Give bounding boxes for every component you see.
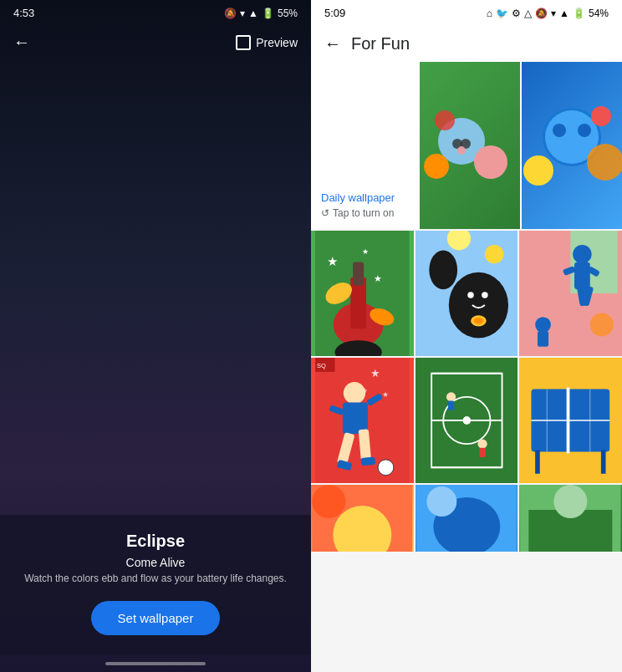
svg-text:★: ★ [362, 247, 369, 256]
left-time: 4:53 [13, 7, 34, 19]
right-mute-icon: 🔕 [535, 8, 548, 19]
wallpaper-cell-dots[interactable] [416, 231, 518, 356]
svg-rect-80 [601, 451, 606, 474]
left-status-bar: 4:53 🔕 ▾ ▲ 🔋 55% [0, 0, 311, 26]
svg-point-4 [474, 145, 507, 179]
right-back-button[interactable]: ← [324, 34, 341, 53]
set-wallpaper-button[interactable]: Set wallpaper [91, 601, 221, 635]
wallpaper-row-4 [311, 485, 622, 552]
refresh-icon: ↺ [321, 207, 329, 219]
left-status-icons: 🔕 ▾ ▲ 🔋 55% [224, 8, 298, 19]
right-battery-icon: 🔋 [573, 8, 585, 19]
page-title: For Fun [351, 34, 410, 53]
wallpaper-row-2: ★ ★ ★ [311, 231, 622, 356]
mute-icon: 🔕 [224, 8, 237, 19]
svg-point-31 [467, 292, 474, 298]
preview-square-icon [236, 35, 251, 50]
wallpaper-cell-partial-1[interactable] [311, 485, 414, 552]
daily-row: Daily wallpaper ↺ Tap to turn on [311, 62, 622, 229]
svg-rect-71 [479, 448, 486, 457]
svg-point-5 [424, 154, 449, 179]
svg-rect-37 [574, 262, 590, 290]
daily-img-2[interactable] [522, 62, 622, 229]
back-button[interactable]: ← [13, 33, 30, 52]
wallpaper-info-card: Eclipse Come Alive Watch the colors ebb … [0, 515, 311, 655]
svg-point-42 [535, 317, 551, 333]
preview-button[interactable]: Preview [236, 35, 298, 50]
svg-point-86 [426, 486, 456, 517]
right-battery-percent: 54% [589, 8, 609, 19]
svg-text:★: ★ [382, 390, 389, 399]
svg-rect-50 [343, 402, 368, 434]
svg-point-13 [587, 144, 622, 181]
wallpaper-grid[interactable]: Daily wallpaper ↺ Tap to turn on [311, 62, 622, 672]
right-twitter-icon: 🐦 [496, 8, 508, 19]
right-gear-icon: ⚙ [512, 8, 521, 19]
svg-point-72 [462, 416, 470, 424]
svg-point-28 [485, 245, 504, 264]
right-status-bar: 5:09 ⌂ 🐦 ⚙ △ 🔕 ▾ ▲ 🔋 54% [311, 0, 622, 26]
battery-percent: 55% [278, 8, 298, 19]
preview-label: Preview [256, 36, 298, 49]
wallpaper-cell-guitar[interactable]: ★ ★ ★ [311, 231, 414, 356]
wifi-icon: ▾ [240, 8, 245, 19]
svg-point-30 [473, 318, 482, 324]
home-bar [105, 662, 206, 665]
svg-rect-56 [360, 457, 375, 466]
wallpaper-description: Watch the colors ebb and flow as your ba… [13, 573, 298, 584]
wallpaper-title: Eclipse [13, 532, 298, 551]
svg-text:SQ: SQ [317, 362, 326, 369]
left-toolbar: ← Preview [0, 26, 311, 59]
svg-text:★: ★ [327, 254, 338, 268]
svg-point-9 [553, 124, 566, 137]
svg-rect-17 [353, 262, 364, 286]
svg-point-12 [591, 106, 611, 126]
svg-point-11 [523, 155, 553, 186]
wallpaper-subtitle: Come Alive [13, 556, 298, 569]
svg-point-49 [344, 382, 365, 404]
svg-text:★: ★ [370, 367, 380, 379]
daily-images [420, 62, 622, 229]
daily-img-1[interactable] [420, 62, 520, 229]
svg-point-26 [429, 250, 457, 289]
right-panel: 5:09 ⌂ 🐦 ⚙ △ 🔕 ▾ ▲ 🔋 54% ← For Fun Daily… [311, 0, 622, 672]
svg-point-44 [590, 313, 614, 336]
svg-point-6 [435, 110, 455, 130]
right-drive-icon: △ [524, 8, 532, 19]
svg-text:★: ★ [374, 273, 382, 283]
wallpaper-cell-partial-2[interactable] [416, 485, 518, 552]
right-status-icons: ⌂ 🐦 ⚙ △ 🔕 ▾ ▲ 🔋 54% [487, 8, 609, 19]
right-home-icon: ⌂ [487, 8, 492, 19]
home-indicator [0, 655, 311, 672]
battery-icon: 🔋 [262, 8, 274, 19]
svg-rect-43 [538, 331, 548, 347]
svg-point-3 [457, 146, 466, 155]
svg-point-83 [312, 485, 345, 518]
right-toolbar: ← For Fun [311, 26, 622, 62]
right-time: 5:09 [324, 7, 345, 19]
svg-rect-79 [535, 451, 540, 474]
daily-label: Daily wallpaper [321, 191, 410, 204]
svg-point-68 [446, 392, 456, 401]
wallpaper-cell-soccer-red[interactable]: ★ ★ ★ [311, 358, 414, 483]
wallpaper-cell-partial-3[interactable] [519, 485, 622, 552]
daily-sublabel: ↺ Tap to turn on [321, 207, 410, 219]
wallpaper-cell-soccer-green[interactable] [416, 358, 518, 483]
svg-point-10 [578, 124, 591, 137]
daily-info[interactable]: Daily wallpaper ↺ Tap to turn on [311, 62, 420, 229]
svg-point-70 [477, 440, 487, 449]
right-wifi-icon: ▾ [551, 8, 556, 19]
left-panel: 4:53 🔕 ▾ ▲ 🔋 55% ← Preview Eclipse Come … [0, 0, 311, 672]
daily-sub-text: Tap to turn on [333, 207, 394, 219]
svg-point-32 [482, 292, 488, 298]
wallpaper-cell-tennis[interactable] [519, 358, 622, 483]
svg-rect-69 [447, 401, 454, 410]
wallpaper-cell-acrobat[interactable] [519, 231, 622, 356]
wallpaper-preview-area [0, 59, 311, 515]
right-signal-icon: ▲ [559, 8, 569, 19]
wallpaper-row-3: ★ ★ ★ [311, 358, 622, 483]
svg-point-36 [573, 245, 592, 264]
svg-point-25 [448, 272, 507, 339]
svg-point-89 [554, 485, 588, 518]
signal-icon: ▲ [248, 8, 258, 19]
